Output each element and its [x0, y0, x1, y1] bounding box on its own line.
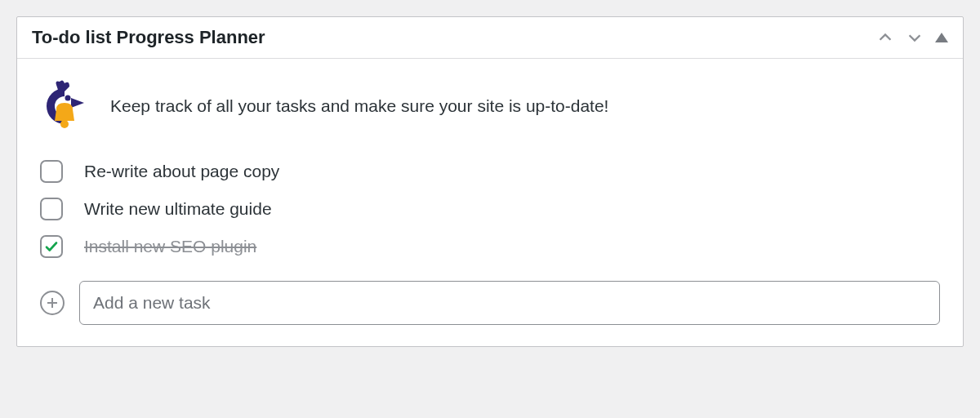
widget-body: Keep track of all your tasks and make su… [17, 59, 963, 346]
move-down-icon[interactable] [906, 29, 924, 47]
widget-title: To-do list Progress Planner [32, 27, 265, 48]
task-label: Install new SEO plugin [84, 237, 256, 256]
widget-header: To-do list Progress Planner [17, 17, 963, 59]
svg-marker-1 [71, 98, 84, 108]
task-checkbox[interactable] [40, 235, 63, 258]
intro-row: Keep track of all your tasks and make su… [40, 80, 940, 132]
collapse-icon[interactable] [935, 33, 948, 42]
task-item: Write new ultimate guide [40, 198, 940, 220]
task-item: Re-write about page copy [40, 160, 940, 183]
todo-widget: To-do list Progress Planner [16, 16, 964, 347]
task-label: Write new ultimate guide [84, 199, 272, 219]
task-item: Install new SEO plugin [40, 235, 940, 258]
task-checkbox[interactable] [40, 160, 63, 183]
svg-point-3 [60, 120, 69, 128]
move-up-icon[interactable] [876, 29, 894, 47]
task-checkbox[interactable] [40, 198, 63, 220]
task-label: Re-write about page copy [84, 162, 279, 181]
add-task-input[interactable] [79, 281, 940, 325]
add-task-row [40, 281, 940, 325]
svg-point-2 [65, 96, 71, 101]
task-list: Re-write about page copy Write new ultim… [40, 160, 940, 258]
intro-text: Keep track of all your tasks and make su… [110, 94, 608, 118]
header-controls [876, 29, 948, 47]
svg-marker-0 [935, 33, 948, 42]
mascot-icon [40, 80, 89, 132]
add-task-icon[interactable] [40, 291, 65, 315]
